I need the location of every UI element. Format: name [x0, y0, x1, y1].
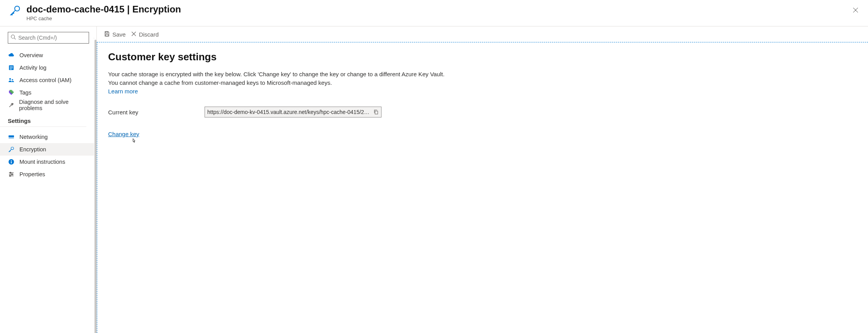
svg-rect-13: [9, 138, 14, 138]
svg-rect-8: [10, 69, 12, 69]
search-field[interactable]: [18, 35, 86, 41]
sidebar-resize-handle[interactable]: [94, 26, 96, 333]
discard-button[interactable]: Discard: [131, 31, 159, 38]
discard-label: Discard: [139, 31, 159, 38]
svg-point-14: [11, 147, 14, 150]
sidebar-item-label: Tags: [19, 89, 32, 96]
discard-icon: [131, 31, 136, 38]
svg-line-4: [14, 38, 16, 40]
scrollbar-track: [94, 40, 96, 333]
sidebar-item-mount[interactable]: Mount instructions: [0, 156, 94, 168]
search-input[interactable]: [8, 32, 89, 44]
sidebar-item-label: Encryption: [19, 146, 46, 152]
wrench-icon: [8, 102, 14, 108]
info-icon: [8, 159, 15, 165]
copy-button[interactable]: [373, 109, 379, 115]
svg-point-19: [10, 172, 11, 174]
sidebar-item-label: Activity log: [19, 65, 46, 71]
cloud-icon: [8, 52, 15, 58]
svg-rect-17: [11, 160, 12, 161]
sidebar-item-label: Access control (IAM): [19, 77, 72, 83]
svg-point-21: [12, 174, 13, 175]
sidebar-item-activity-log[interactable]: Activity log: [0, 61, 94, 74]
learn-more-link[interactable]: Learn more: [108, 88, 138, 95]
sidebar-item-overview[interactable]: Overview: [0, 49, 94, 61]
key-icon: [8, 146, 15, 152]
save-icon: [104, 31, 110, 38]
current-key-label: Current key: [108, 109, 205, 116]
svg-point-10: [12, 79, 13, 81]
svg-rect-16: [11, 161, 12, 163]
log-icon: [8, 65, 15, 71]
close-button[interactable]: [851, 5, 860, 15]
save-button[interactable]: Save: [104, 31, 126, 38]
people-icon: [8, 77, 15, 83]
current-key-value-box: https://doc-demo-kv-0415.vault.azure.net…: [205, 107, 382, 117]
svg-point-23: [10, 175, 11, 177]
sidebar-item-label: Networking: [19, 134, 48, 140]
sidebar-item-access-control[interactable]: Access control (IAM): [0, 74, 94, 86]
svg-point-3: [11, 35, 15, 39]
sidebar-item-networking[interactable]: Networking: [0, 131, 94, 143]
search-icon: [10, 34, 16, 41]
sliders-icon: [8, 171, 15, 177]
svg-rect-7: [10, 68, 13, 68]
page-subtitle: HPC cache: [26, 16, 181, 21]
toolbar: Save Discard: [97, 26, 868, 42]
tags-icon: [8, 89, 15, 96]
cursor-icon: [131, 138, 138, 146]
svg-rect-28: [375, 111, 378, 114]
svg-point-9: [9, 78, 11, 80]
sidebar-item-properties[interactable]: Properties: [0, 168, 94, 181]
sidebar-item-label: Diagnose and solve problems: [19, 99, 89, 111]
sidebar-item-label: Properties: [19, 171, 45, 177]
svg-rect-6: [10, 67, 13, 67]
current-key-value: https://doc-demo-kv-0415.vault.azure.net…: [207, 109, 371, 115]
sidebar-item-label: Overview: [19, 52, 43, 58]
sidebar-group-settings: Settings: [0, 111, 86, 127]
change-key-link[interactable]: Change key: [108, 131, 139, 137]
svg-rect-12: [9, 135, 14, 137]
main-pane: Save Discard Customer key settings Your …: [96, 26, 868, 333]
content-area: Customer key settings Your cache storage…: [97, 42, 868, 333]
save-label: Save: [112, 31, 126, 38]
sidebar-item-encryption[interactable]: Encryption: [0, 143, 94, 156]
sidebar: « Overview Activity log: [0, 26, 94, 333]
networking-icon: [8, 134, 15, 140]
sidebar-item-diagnose[interactable]: Diagnose and solve problems: [0, 99, 94, 111]
sidebar-item-label: Mount instructions: [19, 159, 65, 165]
svg-rect-25: [106, 34, 108, 36]
svg-rect-24: [106, 32, 108, 33]
description-text: Your cache storage is encrypted with the…: [108, 70, 489, 96]
page-title: doc-demo-cache-0415 | Encryption: [26, 4, 181, 15]
key-icon: [9, 5, 21, 18]
desc-line: Your cache storage is encrypted with the…: [108, 71, 444, 77]
section-title: Customer key settings: [108, 51, 857, 63]
desc-line: You cannot change a cache from customer-…: [108, 79, 332, 86]
sidebar-item-tags[interactable]: Tags: [0, 86, 94, 99]
blade-header: doc-demo-cache-0415 | Encryption HPC cac…: [0, 0, 868, 26]
